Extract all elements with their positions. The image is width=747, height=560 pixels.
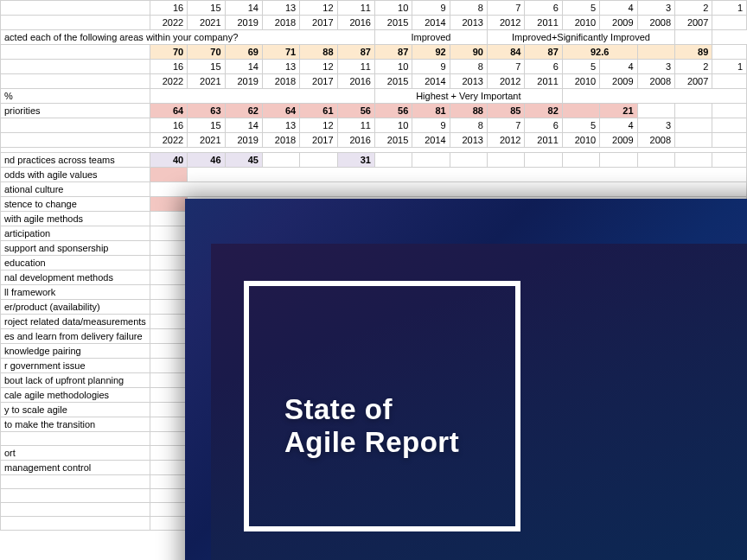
num-row-2[interactable]: 16151413 1211109 8765 4321	[1, 60, 747, 74]
percent-label: %	[1, 89, 150, 104]
year-row-3[interactable]: 2022202120192018 2017201620152014 201320…	[1, 133, 747, 148]
list-item[interactable]: odds with agile values	[1, 168, 747, 182]
impact-values-row[interactable]: 7070 6971 8887 8792 9084 87 92.6 89	[1, 45, 747, 60]
num-row-3[interactable]: 16151413 1211109 8765 43	[1, 118, 747, 133]
year-row-1[interactable]: 2022202120192018 2017201620152014 201320…	[1, 16, 747, 30]
impact-question: acted each of the following areas within…	[1, 30, 375, 45]
year-row-2[interactable]: 2022202120192018 2017201620152014 201320…	[1, 74, 747, 89]
impact-question-row[interactable]: acted each of the following areas within…	[1, 30, 747, 45]
improved-sig-header: Improved+Significantly Improved	[487, 30, 674, 45]
priority-header-row[interactable]: % Highest + Very Important	[1, 89, 747, 104]
practices-row-1[interactable]: nd practices across teams 40 46 45 31	[1, 153, 747, 168]
report-title: State of Agile Report	[284, 393, 459, 459]
priority-values-row[interactable]: priorities 6463 6264 6156 5681 8885 82 2…	[1, 104, 747, 118]
improved-header: Improved	[374, 30, 487, 45]
practices-label: nd practices across teams	[1, 153, 150, 168]
report-cover-window[interactable]: State of Agile Report State Agil	[185, 199, 747, 560]
priorities-label: priorities	[1, 104, 150, 118]
num-row-1[interactable]: 16151413 1211109 8765 4321	[1, 1, 747, 16]
list-item[interactable]: ational culture	[1, 182, 747, 197]
highest-important-header: Highest + Very Important	[374, 89, 562, 104]
